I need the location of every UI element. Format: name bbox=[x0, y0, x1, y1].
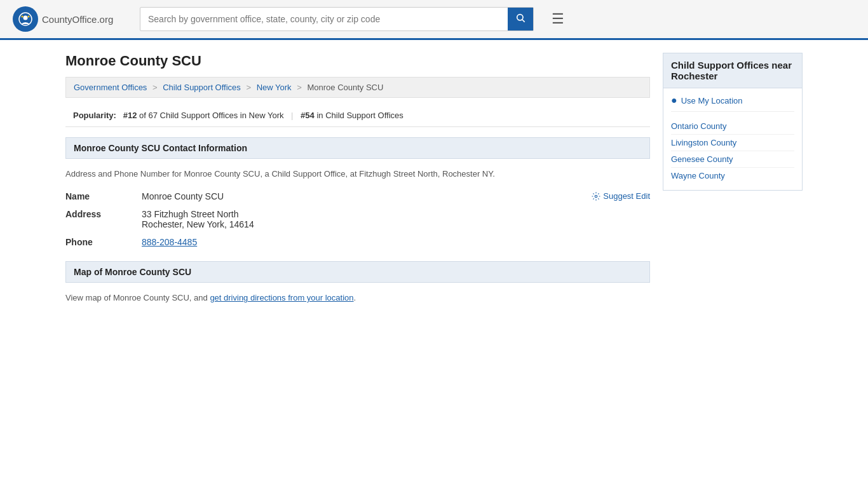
nearby-county-livingston[interactable]: Livingston County bbox=[671, 135, 794, 151]
popularity-total1: of 67 Child Support Offices in New York bbox=[139, 111, 283, 120]
nearby-county-wayne[interactable]: Wayne County bbox=[671, 168, 794, 184]
name-label: Name bbox=[65, 187, 142, 205]
address-line2: Rochester, New York, 14614 bbox=[142, 219, 650, 229]
svg-point-1 bbox=[24, 16, 28, 20]
suggest-edit-label: Suggest Edit bbox=[603, 191, 650, 201]
svg-point-6 bbox=[595, 195, 598, 198]
site-logo[interactable]: CountyOffice.org bbox=[13, 6, 127, 32]
map-description-post: . bbox=[354, 293, 356, 302]
use-location-link[interactable]: Use My Location bbox=[681, 96, 743, 105]
search-icon bbox=[515, 13, 526, 23]
location-pin-icon: ● bbox=[671, 95, 677, 106]
use-location-row: ● Use My Location bbox=[671, 95, 794, 112]
popularity-total2: in Child Support Offices bbox=[316, 111, 403, 120]
phone-link[interactable]: 888-208-4485 bbox=[142, 237, 197, 247]
phone-row: Phone 888-208-4485 bbox=[65, 233, 650, 251]
address-label: Address bbox=[65, 205, 142, 233]
map-section-header: Map of Monroe County SCU bbox=[65, 261, 650, 283]
map-description-pre: View map of Monroe County SCU, and bbox=[65, 293, 210, 302]
contact-detail-table: Name Monroe County SCU Suggest Edit Addr… bbox=[65, 187, 650, 251]
svg-point-4 bbox=[517, 15, 523, 20]
page-title: Monroe County SCU bbox=[65, 53, 650, 69]
name-value-text: Monroe County SCU bbox=[142, 191, 224, 201]
map-info-text: View map of Monroe County SCU, and get d… bbox=[65, 289, 650, 306]
main-container: Monroe County SCU Government Offices > C… bbox=[53, 40, 815, 319]
breadcrumb-current: Monroe County SCU bbox=[307, 83, 383, 92]
popularity-label: Popularity: bbox=[73, 111, 116, 120]
address-value: 33 Fitzhugh Street North Rochester, New … bbox=[142, 205, 650, 233]
breadcrumb-sep-3: > bbox=[297, 83, 302, 92]
site-header: CountyOffice.org ☰ bbox=[0, 0, 868, 40]
breadcrumb-sep-1: > bbox=[153, 83, 158, 92]
svg-point-3 bbox=[28, 16, 30, 18]
svg-point-2 bbox=[22, 16, 24, 18]
driving-directions-link[interactable]: get driving directions from your locatio… bbox=[210, 293, 353, 302]
svg-line-5 bbox=[522, 20, 525, 22]
breadcrumb-link-government-offices[interactable]: Government Offices bbox=[74, 83, 147, 92]
logo-icon bbox=[13, 6, 38, 32]
sidebar-title: Child Support Offices near Rochester bbox=[663, 53, 803, 88]
address-line1: 33 Fitzhugh Street North bbox=[142, 209, 650, 219]
logo-suffix-text: .org bbox=[97, 14, 113, 25]
search-bar bbox=[140, 7, 534, 31]
breadcrumb-link-child-support-offices[interactable]: Child Support Offices bbox=[163, 83, 241, 92]
breadcrumb-link-new-york[interactable]: New York bbox=[257, 83, 292, 92]
popularity-rank1: #12 bbox=[123, 111, 137, 120]
nearby-county-ontario[interactable]: Ontario County bbox=[671, 118, 794, 135]
suggest-edit-button[interactable]: Suggest Edit bbox=[592, 191, 650, 201]
name-row: Name Monroe County SCU Suggest Edit bbox=[65, 187, 650, 205]
content-area: Monroe County SCU Government Offices > C… bbox=[65, 53, 650, 306]
breadcrumb: Government Offices > Child Support Offic… bbox=[65, 77, 650, 98]
popularity-divider: | bbox=[291, 111, 293, 120]
address-row: Address 33 Fitzhugh Street North Rochest… bbox=[65, 205, 650, 233]
name-value: Monroe County SCU Suggest Edit bbox=[142, 187, 650, 205]
hamburger-menu-button[interactable]: ☰ bbox=[546, 8, 569, 30]
search-button[interactable] bbox=[508, 8, 533, 30]
suggest-edit-icon bbox=[592, 192, 600, 201]
sidebar-body: ● Use My Location Ontario County Livings… bbox=[663, 88, 803, 191]
contact-description: Address and Phone Number for Monroe Coun… bbox=[65, 165, 650, 187]
nearby-county-genesee[interactable]: Genesee County bbox=[671, 151, 794, 168]
popularity-row: Popularity: #12 of 67 Child Support Offi… bbox=[65, 104, 650, 127]
phone-value: 888-208-4485 bbox=[142, 233, 650, 251]
search-input[interactable] bbox=[140, 9, 508, 29]
breadcrumb-sep-2: > bbox=[246, 83, 251, 92]
phone-label: Phone bbox=[65, 233, 142, 251]
sidebar: Child Support Offices near Rochester ● U… bbox=[663, 53, 803, 306]
popularity-rank2: #54 bbox=[301, 111, 315, 120]
contact-section-header: Monroe County SCU Contact Information bbox=[65, 137, 650, 159]
logo-text: CountyOffice.org bbox=[42, 13, 113, 26]
logo-name-text: CountyOffice bbox=[42, 14, 97, 25]
